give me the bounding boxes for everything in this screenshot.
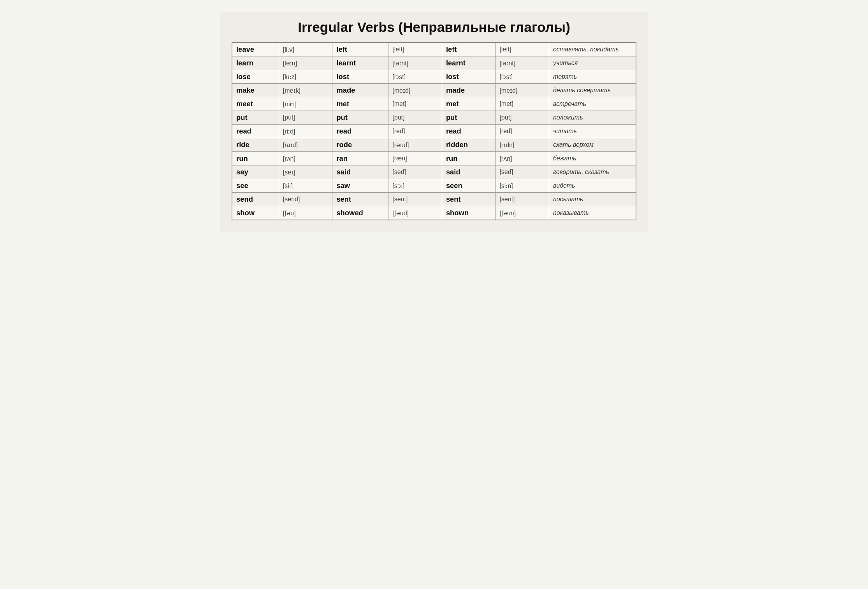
cell-7-6: ехать верхом (549, 138, 636, 152)
cell-3-3: [meɪd] (388, 84, 442, 97)
cell-1-3: [ləːnt] (388, 56, 442, 70)
cell-3-2: made (332, 84, 388, 97)
cell-2-0: lose (232, 70, 279, 84)
cell-10-4: seen (442, 179, 495, 193)
cell-1-1: [ləːn] (279, 56, 332, 70)
verb-table: leave[liːv]left[left]left[left]оставлять… (232, 42, 636, 220)
cell-9-1: [seɪ] (279, 165, 332, 179)
cell-0-4: left (442, 42, 495, 56)
cell-8-1: [rʌn] (279, 152, 332, 165)
cell-1-6: учиться (549, 56, 636, 70)
cell-3-4: made (442, 84, 495, 97)
cell-11-0: send (232, 193, 279, 206)
cell-2-1: [luːz] (279, 70, 332, 84)
cell-8-2: ran (332, 152, 388, 165)
cell-5-0: put (232, 111, 279, 125)
table-row: leave[liːv]left[left]left[left]оставлять… (232, 42, 636, 56)
cell-7-1: [raɪd] (279, 138, 332, 152)
cell-10-6: видеть (549, 179, 636, 193)
cell-2-2: lost (332, 70, 388, 84)
cell-7-4: ridden (442, 138, 495, 152)
cell-5-6: положить (549, 111, 636, 125)
cell-6-0: read (232, 125, 279, 138)
cell-12-4: shown (442, 206, 495, 220)
cell-1-0: learn (232, 56, 279, 70)
cell-6-5: [red] (495, 125, 549, 138)
cell-1-5: [ləːnt] (495, 56, 549, 70)
cell-4-3: [met] (388, 97, 442, 111)
cell-10-3: [sɔː] (388, 179, 442, 193)
table-row: run[rʌn]ran[ræn]run[rʌn]бежать (232, 152, 636, 165)
table-row: meet[miːt]met[met]met[met]встречать (232, 97, 636, 111)
cell-4-4: met (442, 97, 495, 111)
cell-4-2: met (332, 97, 388, 111)
table-row: make[meɪk]made[meɪd]made[meɪd]делать сов… (232, 84, 636, 97)
cell-12-2: showed (332, 206, 388, 220)
cell-4-6: встречать (549, 97, 636, 111)
cell-6-1: [riːd] (279, 125, 332, 138)
cell-12-5: [ʃəun] (495, 206, 549, 220)
cell-0-3: [left] (388, 42, 442, 56)
cell-1-2: learnt (332, 56, 388, 70)
cell-11-3: [sent] (388, 193, 442, 206)
cell-10-2: saw (332, 179, 388, 193)
cell-5-1: [put] (279, 111, 332, 125)
table-row: show[ʃəu]showed[ʃəud]shown[ʃəun]показыва… (232, 206, 636, 220)
cell-8-6: бежать (549, 152, 636, 165)
cell-4-1: [miːt] (279, 97, 332, 111)
cell-9-2: said (332, 165, 388, 179)
page-container: Irregular Verbs (Неправильные глаголы) l… (220, 12, 648, 232)
cell-6-3: [red] (388, 125, 442, 138)
cell-11-2: sent (332, 193, 388, 206)
cell-3-0: make (232, 84, 279, 97)
cell-8-3: [ræn] (388, 152, 442, 165)
cell-9-6: говорить, сказать (549, 165, 636, 179)
cell-10-1: [siː] (279, 179, 332, 193)
cell-12-6: показывать (549, 206, 636, 220)
cell-12-1: [ʃəu] (279, 206, 332, 220)
cell-3-5: [meɪd] (495, 84, 549, 97)
cell-0-5: [left] (495, 42, 549, 56)
cell-7-2: rode (332, 138, 388, 152)
cell-0-6: оставлять, покидать (549, 42, 636, 56)
cell-9-5: [sed] (495, 165, 549, 179)
cell-8-0: run (232, 152, 279, 165)
cell-11-6: посылать (549, 193, 636, 206)
cell-10-5: [siːn] (495, 179, 549, 193)
table-row: learn[ləːn]learnt[ləːnt]learnt[ləːnt]учи… (232, 56, 636, 70)
cell-6-2: read (332, 125, 388, 138)
table-row: read[riːd]read[red]read[red]читать (232, 125, 636, 138)
cell-5-4: put (442, 111, 495, 125)
cell-2-4: lost (442, 70, 495, 84)
cell-7-0: ride (232, 138, 279, 152)
cell-5-2: put (332, 111, 388, 125)
cell-8-5: [rʌn] (495, 152, 549, 165)
page-title: Irregular Verbs (Неправильные глаголы) (232, 19, 636, 35)
cell-9-4: said (442, 165, 495, 179)
cell-4-5: [met] (495, 97, 549, 111)
table-row: lose[luːz]lost[lɔst]lost[lɔst]терять (232, 70, 636, 84)
cell-3-6: делать совершать (549, 84, 636, 97)
table-row: say[seɪ]said[sed]said[sed]говорить, сказ… (232, 165, 636, 179)
cell-11-5: [sent] (495, 193, 549, 206)
cell-6-4: read (442, 125, 495, 138)
cell-12-3: [ʃəud] (388, 206, 442, 220)
cell-1-4: learnt (442, 56, 495, 70)
cell-5-5: [put] (495, 111, 549, 125)
cell-2-5: [lɔst] (495, 70, 549, 84)
cell-6-6: читать (549, 125, 636, 138)
cell-2-6: терять (549, 70, 636, 84)
cell-7-3: [rəud] (388, 138, 442, 152)
cell-9-0: say (232, 165, 279, 179)
cell-0-0: leave (232, 42, 279, 56)
cell-0-1: [liːv] (279, 42, 332, 56)
table-row: send[send]sent[sent]sent[sent]посылать (232, 193, 636, 206)
cell-2-3: [lɔst] (388, 70, 442, 84)
cell-3-1: [meɪk] (279, 84, 332, 97)
cell-11-1: [send] (279, 193, 332, 206)
cell-10-0: see (232, 179, 279, 193)
cell-9-3: [sed] (388, 165, 442, 179)
table-row: see[siː]saw[sɔː]seen[siːn]видеть (232, 179, 636, 193)
cell-7-5: [rɪdn] (495, 138, 549, 152)
cell-12-0: show (232, 206, 279, 220)
